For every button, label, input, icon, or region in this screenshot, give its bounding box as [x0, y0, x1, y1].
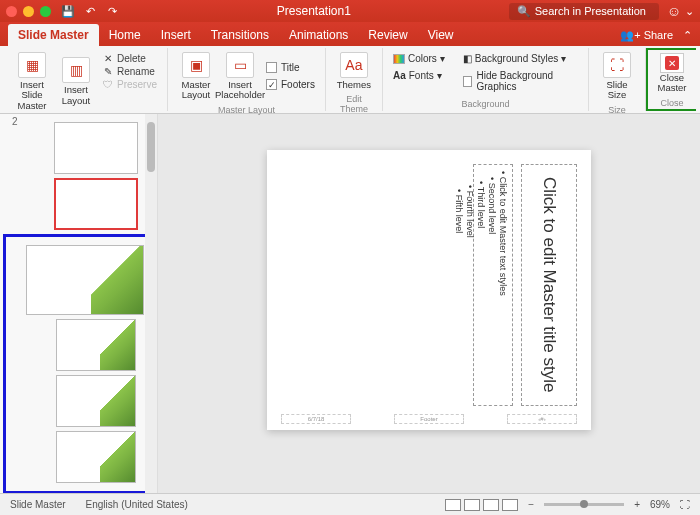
- background-group-label: Background: [389, 97, 582, 109]
- view-reading-button[interactable]: [483, 499, 499, 511]
- master-layout-group-label: Master Layout: [174, 103, 319, 115]
- layout-thumb-1[interactable]: [54, 122, 138, 174]
- status-language[interactable]: English (United States): [86, 499, 188, 510]
- title-checkbox[interactable]: Title: [266, 61, 315, 74]
- tab-transitions[interactable]: Transitions: [201, 24, 279, 46]
- slidenum-placeholder[interactable]: ‹#›: [507, 414, 577, 424]
- rename-icon: ✎: [102, 65, 114, 77]
- date-placeholder[interactable]: 6/7/18: [281, 414, 351, 424]
- layout-thumb-2a[interactable]: [56, 319, 136, 371]
- close-window-button[interactable]: [6, 6, 17, 17]
- slide-master-icon: ▦: [18, 52, 46, 78]
- view-normal-button[interactable]: [445, 499, 461, 511]
- delete-button[interactable]: ✕Delete: [102, 52, 157, 64]
- status-mode: Slide Master: [10, 499, 66, 510]
- toolbar-chevron-icon[interactable]: ⌄: [685, 5, 694, 18]
- delete-icon: ✕: [102, 52, 114, 64]
- insert-layout-button[interactable]: ▥ Insert Layout: [54, 50, 98, 113]
- size-group-label: Size: [595, 103, 639, 115]
- rename-button[interactable]: ✎Rename: [102, 65, 157, 77]
- insert-slide-master-button[interactable]: ▦ Insert Slide Master: [10, 50, 54, 113]
- master-layout-icon: ▣: [182, 52, 210, 78]
- slide-size-button[interactable]: ⛶ Slide Size: [595, 50, 639, 103]
- tab-insert[interactable]: Insert: [151, 24, 201, 46]
- slide-size-icon: ⛶: [603, 52, 631, 78]
- document-title: Presentation1: [119, 4, 509, 18]
- view-sorter-button[interactable]: [464, 499, 480, 511]
- bg-styles-icon: ◧: [463, 53, 472, 64]
- background-styles-dropdown[interactable]: ◧Background Styles ▾: [463, 52, 578, 65]
- set-number: 2: [12, 116, 18, 127]
- master-thumb-2[interactable]: [26, 245, 144, 315]
- zoom-out-button[interactable]: −: [528, 499, 534, 510]
- footers-checkbox[interactable]: ✓Footers: [266, 78, 315, 91]
- layout-icon: ▥: [62, 57, 90, 83]
- fonts-icon: Aa: [393, 70, 406, 81]
- titlebar: 💾 ↶ ↷ Presentation1 🔍 Search in Presenta…: [0, 0, 700, 22]
- window-controls: [6, 6, 51, 17]
- tab-animations[interactable]: Animations: [279, 24, 358, 46]
- master-layout-button[interactable]: ▣ Master Layout: [174, 50, 218, 103]
- body-placeholder[interactable]: • Click to edit Master text styles • Sec…: [473, 164, 513, 406]
- quick-access-toolbar: 💾 ↶ ↷: [61, 4, 119, 18]
- preserve-button[interactable]: 🛡Preserve: [102, 78, 157, 90]
- ribbon-tabs: Slide Master Home Insert Transitions Ani…: [0, 22, 700, 46]
- ribbon-collapse-icon[interactable]: ⌃: [683, 29, 692, 42]
- save-icon[interactable]: 💾: [61, 4, 75, 18]
- colors-dropdown[interactable]: Colors ▾: [393, 52, 445, 65]
- tab-home[interactable]: Home: [99, 24, 151, 46]
- edit-theme-group-label: Edit Theme: [332, 92, 376, 114]
- zoom-level[interactable]: 69%: [650, 499, 670, 510]
- undo-icon[interactable]: ↶: [83, 4, 97, 18]
- minimize-window-button[interactable]: [23, 6, 34, 17]
- fit-to-window-button[interactable]: ⛶: [680, 499, 690, 510]
- placeholder-icon: ▭: [226, 52, 254, 78]
- zoom-slider[interactable]: [544, 503, 624, 506]
- zoom-in-button[interactable]: +: [634, 499, 640, 510]
- colors-icon: [393, 54, 405, 64]
- tab-slide-master[interactable]: Slide Master: [8, 24, 99, 46]
- hide-bg-checkbox[interactable]: Hide Background Graphics: [463, 69, 578, 93]
- theme-set-2: 2: [3, 234, 154, 493]
- status-bar: Slide Master English (United States) − +…: [0, 493, 700, 515]
- slide-editor: Click to edit Master title style • Click…: [158, 114, 700, 493]
- search-input[interactable]: 🔍 Search in Presentation: [509, 3, 659, 20]
- close-icon: ✕: [660, 53, 684, 73]
- search-placeholder: Search in Presentation: [535, 5, 646, 17]
- view-slideshow-button[interactable]: [502, 499, 518, 511]
- preserve-icon: 🛡: [102, 78, 114, 90]
- share-button[interactable]: 👥+ Share: [620, 29, 673, 42]
- fonts-dropdown[interactable]: AaFonts ▾: [393, 69, 445, 82]
- main-area: 2 Click to edit Master title style • Cli…: [0, 114, 700, 493]
- themes-button[interactable]: Aa Themes: [332, 50, 376, 92]
- thumb-scrollbar[interactable]: [145, 114, 157, 493]
- insert-placeholder-button[interactable]: ▭ Insert Placeholder: [218, 50, 262, 103]
- maximize-window-button[interactable]: [40, 6, 51, 17]
- tab-view[interactable]: View: [418, 24, 464, 46]
- feedback-icon[interactable]: ☺: [667, 3, 681, 19]
- thumbnail-pane: 2: [0, 114, 158, 493]
- themes-icon: Aa: [340, 52, 368, 78]
- close-master-button[interactable]: ✕ Close Master: [650, 51, 694, 96]
- redo-icon[interactable]: ↷: [105, 4, 119, 18]
- ribbon: ▦ Insert Slide Master ▥ Insert Layout ✕D…: [0, 46, 700, 114]
- footer-placeholder[interactable]: Footer: [394, 414, 464, 424]
- close-group-label: Close: [650, 96, 694, 108]
- layout-thumb-2-selected[interactable]: [54, 178, 138, 230]
- tab-review[interactable]: Review: [358, 24, 417, 46]
- title-placeholder[interactable]: Click to edit Master title style: [521, 164, 577, 406]
- layout-thumb-2c[interactable]: [56, 431, 136, 483]
- search-icon: 🔍: [517, 5, 531, 18]
- layout-thumb-2b[interactable]: [56, 375, 136, 427]
- slide-canvas[interactable]: Click to edit Master title style • Click…: [267, 150, 591, 430]
